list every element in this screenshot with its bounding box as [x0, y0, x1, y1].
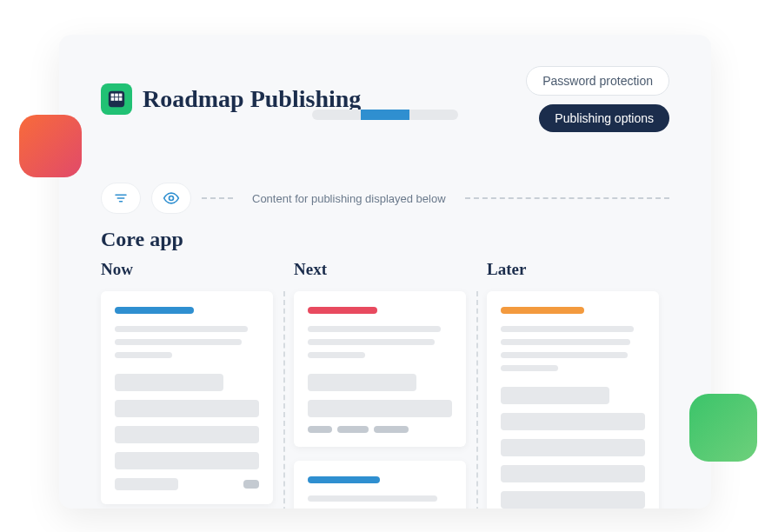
- placeholder-line: [308, 352, 365, 358]
- decorative-blob-orange: [19, 115, 82, 177]
- header: Roadmap Publishing Password protection P…: [101, 66, 669, 132]
- column-label: Now: [101, 260, 273, 279]
- placeholder-line: [115, 326, 248, 332]
- svg-rect-4: [111, 97, 115, 101]
- column-label: Next: [294, 260, 466, 279]
- placeholder-block: [501, 413, 645, 430]
- placeholder-block: [115, 452, 259, 469]
- svg-rect-2: [115, 94, 118, 97]
- dashed-divider: [202, 197, 233, 199]
- column-later: Later: [476, 260, 669, 509]
- placeholder-block: [501, 387, 609, 404]
- svg-point-10: [170, 196, 174, 201]
- card-highlight-bar: [308, 476, 380, 483]
- filter-button[interactable]: [101, 183, 141, 214]
- card-highlight-bar: [501, 307, 584, 314]
- placeholder-line: [308, 326, 441, 332]
- card-highlight-bar: [308, 307, 377, 314]
- app-panel: Roadmap Publishing Password protection P…: [59, 35, 711, 509]
- placeholder-block: [501, 491, 645, 509]
- password-protection-button[interactable]: Password protection: [526, 66, 669, 96]
- svg-rect-1: [111, 94, 115, 97]
- placeholder-line: [308, 339, 435, 345]
- column-now: Now: [101, 260, 283, 509]
- roadmap-card[interactable]: [294, 461, 466, 509]
- placeholder-pill: [308, 426, 332, 433]
- placeholder-line: [501, 339, 630, 345]
- svg-rect-3: [119, 94, 123, 97]
- svg-rect-5: [115, 97, 118, 101]
- column-next: Next: [283, 260, 476, 509]
- progress-bar: [312, 110, 458, 120]
- placeholder-block: [115, 400, 259, 417]
- toolbar: Content for publishing displayed below: [101, 183, 669, 214]
- app-logo-icon: [101, 83, 132, 115]
- svg-rect-6: [119, 97, 123, 101]
- card-tags: [308, 426, 452, 433]
- placeholder-line: [115, 352, 172, 358]
- placeholder-pill: [337, 426, 369, 433]
- card-highlight-bar: [115, 307, 194, 314]
- placeholder-block: [501, 439, 645, 456]
- eye-icon: [163, 190, 180, 207]
- placeholder-line: [501, 365, 558, 371]
- columns: Now Next: [101, 260, 669, 509]
- placeholder-block: [308, 400, 452, 417]
- placeholder-line: [501, 326, 634, 332]
- roadmap-card[interactable]: [487, 291, 659, 509]
- filter-icon: [113, 190, 129, 206]
- placeholder-line: [308, 495, 437, 502]
- visibility-button[interactable]: [151, 183, 191, 214]
- publishing-options-button[interactable]: Publishing options: [539, 104, 669, 132]
- roadmap-card[interactable]: [101, 291, 273, 504]
- placeholder-line: [501, 352, 628, 358]
- header-actions: Password protection Publishing options: [526, 66, 669, 132]
- placeholder-pill: [374, 426, 409, 433]
- roadmap-card[interactable]: [294, 291, 466, 447]
- placeholder-block: [501, 465, 645, 482]
- section-title: Core app: [101, 228, 669, 251]
- placeholder-block: [115, 426, 259, 443]
- placeholder-block: [115, 478, 178, 490]
- placeholder-block: [308, 374, 416, 391]
- decorative-blob-green: [689, 394, 757, 462]
- progress-fill: [361, 110, 409, 120]
- column-label: Later: [487, 260, 659, 279]
- placeholder-pill: [243, 480, 259, 489]
- dashed-divider: [465, 197, 669, 199]
- placeholder-block: [115, 374, 223, 391]
- placeholder-line: [115, 339, 242, 345]
- divider-caption: Content for publishing displayed below: [243, 192, 455, 205]
